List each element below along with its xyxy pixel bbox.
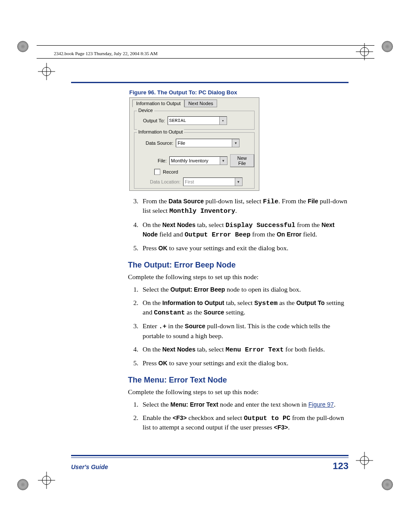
list-item: Select the Menu: Error Text node and ent… (140, 400, 349, 409)
data-source-label: Data Source: (146, 140, 173, 146)
corner-ornament (382, 41, 394, 53)
section-heading: The Menu: Error Text Node (128, 376, 349, 385)
book-header-text: 2342.book Page 123 Thursday, July 22, 20… (54, 51, 158, 56)
data-source-select[interactable]: File (176, 139, 240, 147)
record-checkbox[interactable] (154, 169, 160, 175)
list-item: From the Data Source pull-down list, sel… (140, 197, 349, 216)
corner-ornament (382, 479, 394, 491)
registration-mark-icon (38, 472, 55, 489)
dropdown-icon[interactable] (220, 157, 227, 165)
footer-page-number: 123 (333, 460, 349, 472)
list-item: Select the Output: Error Beep node to op… (140, 285, 349, 294)
header-rule (37, 58, 374, 59)
registration-mark-icon (356, 452, 373, 469)
groupbox-device-legend: Device (137, 108, 154, 113)
section-intro: Complete the following steps to set up t… (128, 273, 349, 281)
section-intro: Complete the following steps to set up t… (128, 388, 349, 396)
registration-mark-icon (38, 63, 55, 80)
list-item: On the Information to Output tab, select… (140, 299, 349, 318)
list-item: Press OK to save your settings and exit … (140, 244, 349, 253)
list-item: Enable the <F3> checkbox and select Outp… (140, 414, 349, 432)
figure-caption: Figure 96. The Output To: PC Dialog Box (129, 89, 349, 96)
list-item: On the Next Nodes tab, select Menu Error… (140, 345, 349, 355)
dropdown-icon (235, 178, 242, 186)
figure-link[interactable]: Figure 97 (308, 401, 334, 408)
groupbox-info-legend: Information to Output (137, 129, 184, 134)
dropdown-icon[interactable] (232, 139, 239, 147)
data-location-select: First (183, 177, 243, 186)
data-location-label: Data Location: (150, 179, 181, 184)
record-label: Record (163, 169, 178, 174)
footer-title: User's Guide (71, 464, 108, 470)
list-item: Press OK to save your settings and exit … (140, 359, 349, 368)
corner-ornament (17, 479, 29, 491)
section-heading: The Output: Error Beep Node (128, 261, 349, 270)
section-rule (71, 82, 349, 83)
corner-ornament (17, 41, 29, 53)
new-file-button[interactable]: New File (230, 154, 254, 167)
file-label: File: (158, 158, 167, 163)
dialog-screenshot: Information to OutputNext Nodes Device O… (129, 97, 259, 191)
page-footer: User's Guide 123 (71, 455, 349, 472)
header-rule (37, 45, 374, 46)
output-to-select[interactable]: SERIAL (168, 116, 227, 125)
list-item: Enter .+ in the Source pull-down list. T… (140, 322, 349, 340)
tab-info-to-output[interactable]: Information to Output (132, 100, 184, 107)
file-select[interactable]: Monthly Inventory (169, 156, 227, 165)
dropdown-icon[interactable] (219, 117, 227, 124)
tab-next-nodes[interactable]: Next Nodes (184, 100, 217, 107)
list-item: On the Next Nodes tab, select Display Su… (140, 221, 349, 240)
output-to-label: Output To: (143, 118, 165, 123)
registration-mark-icon (356, 43, 373, 60)
